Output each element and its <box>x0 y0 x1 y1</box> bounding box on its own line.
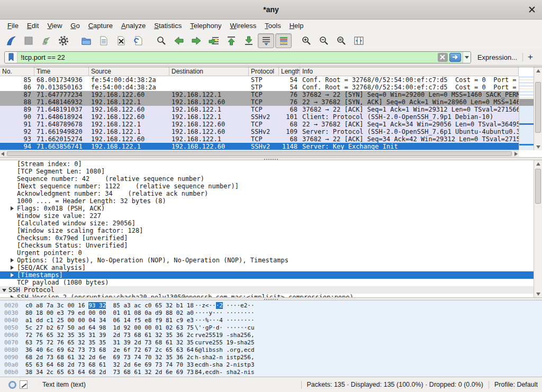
stop-capture-button[interactable] <box>20 33 37 48</box>
go-last-button[interactable] <box>240 33 257 48</box>
scroll-up-icon[interactable] <box>534 160 542 167</box>
expand-icon[interactable] <box>11 257 17 264</box>
hex-row[interactable]: 008036 40 6c 69 62 73 73 68 2e 6f 72 67 … <box>0 347 542 354</box>
filter-apply-button[interactable] <box>449 53 461 62</box>
hex-row[interactable]: 0020c0 a8 7a 3c 00 16 93 32 85 a3 ac c0 … <box>0 302 542 309</box>
detail-row[interactable]: [Timestamps] <box>0 271 542 279</box>
packet-row[interactable]: 9271.661949820192.168.122.1192.168.122.6… <box>0 128 519 135</box>
detail-row[interactable]: [Next sequence number: 1122 (relative se… <box>0 183 542 190</box>
detail-row[interactable]: Flags: 0x018 (PSH, ACK) <box>0 205 542 212</box>
col-header-time[interactable]: Time <box>34 67 89 76</box>
scroll-left-icon[interactable] <box>1 152 4 156</box>
menu-item-edit[interactable]: Edit <box>23 21 43 31</box>
intelligent-scrollbar-minimap[interactable] <box>519 76 534 150</box>
hscrollbar-thumb[interactable] <box>7 151 512 156</box>
packet-row[interactable]: 8871.648146932192.168.122.1192.168.122.6… <box>0 98 519 106</box>
add-filter-button[interactable]: + <box>523 52 538 62</box>
scrollbar-thumb[interactable] <box>535 169 541 204</box>
filter-clear-button[interactable] <box>438 53 448 62</box>
go-forward-button[interactable] <box>188 33 204 48</box>
go-to-packet-button[interactable] <box>205 33 222 48</box>
scrollbar-thumb[interactable] <box>535 82 541 133</box>
col-header-length[interactable]: Length <box>279 67 300 76</box>
detail-row[interactable]: Acknowledgment number: 34 (relative ack … <box>0 190 542 197</box>
details-vscrollbar[interactable] <box>534 160 542 297</box>
packet-row[interactable]: 8771.647777234192.168.122.60192.168.122.… <box>0 91 519 98</box>
zoom-out-button[interactable] <box>315 33 332 48</box>
expand-icon[interactable] <box>11 294 17 297</box>
zoom-in-button[interactable] <box>298 33 314 48</box>
filter-history-dropdown[interactable] <box>463 52 471 63</box>
close-icon[interactable] <box>527 5 537 14</box>
detail-row[interactable]: [SEQ/ACK analysis] <box>0 264 542 271</box>
menu-item-go[interactable]: Go <box>66 21 84 31</box>
expand-icon[interactable] <box>11 264 17 271</box>
packet-row[interactable]: 9171.648789678192.168.122.1192.168.122.6… <box>0 121 519 128</box>
menu-item-statistics[interactable]: Statistics <box>150 21 186 31</box>
hex-row[interactable]: 009068 2d 73 68 61 32 2d 6e 69 73 74 70 … <box>0 354 542 361</box>
expand-icon[interactable] <box>11 271 17 279</box>
capture-comment-icon[interactable] <box>20 380 28 389</box>
colorize-toggle[interactable] <box>275 33 292 48</box>
detail-row[interactable]: TCP payload (1080 bytes) <box>0 279 542 286</box>
detail-row[interactable]: Sequence number: 42 (relative sequence n… <box>0 175 542 183</box>
hex-row[interactable]: 00b038 34 2c 65 63 64 68 2d 73 68 61 32 … <box>0 369 542 376</box>
filter-bookmark-button[interactable] <box>5 52 17 63</box>
expression-button[interactable]: Expression... <box>477 53 517 61</box>
menu-item-view[interactable]: View <box>43 21 66 31</box>
close-file-button[interactable] <box>113 33 129 48</box>
detail-row[interactable]: SSH Protocol <box>0 286 542 294</box>
detail-row[interactable]: 1000 .... = Header Length: 32 bytes (8) <box>0 197 542 205</box>
open-file-button[interactable] <box>78 33 94 48</box>
menu-item-tools[interactable]: Tools <box>260 21 285 31</box>
packet-row[interactable]: 9371.662015274192.168.122.60192.168.122.… <box>0 135 519 143</box>
hex-row[interactable]: 0040a1 dd c1 25 00 00 04 34 06 14 f5 e8 … <box>0 317 542 324</box>
menu-item-help[interactable]: Help <box>285 21 308 31</box>
status-profile[interactable]: Profile: Default <box>494 381 538 388</box>
hex-row[interactable]: 00a065 63 64 68 2d 73 68 61 32 2d 6e 69 … <box>0 361 542 369</box>
packet-list-hscrollbar[interactable] <box>0 150 519 157</box>
scroll-down-icon[interactable] <box>534 143 542 150</box>
scroll-right-icon[interactable] <box>514 152 518 156</box>
packet-list-vscrollbar[interactable] <box>534 67 542 150</box>
col-header-no[interactable]: No. <box>0 67 34 76</box>
hex-row[interactable]: 00505c 27 b2 67 50 ad 64 98 1d 92 00 00 … <box>0 324 542 332</box>
hex-row[interactable]: 006072 76 65 32 35 35 31 39 2d 73 68 61 … <box>0 332 542 339</box>
display-filter-input[interactable] <box>17 52 438 63</box>
col-header-info[interactable]: Info <box>300 67 519 76</box>
detail-row[interactable]: Checksum: 0x79ed [unverified] <box>0 234 542 242</box>
menu-item-wireless[interactable]: Wireless <box>226 21 261 31</box>
packet-row[interactable]: 8670.013850163fe:54:00:d4:38:2aSTP54Conf… <box>0 84 519 91</box>
detail-row[interactable]: [Stream index: 0] <box>0 160 542 168</box>
restart-capture-button[interactable] <box>38 33 54 48</box>
detail-row[interactable]: [TCP Segment Len: 1080] <box>0 168 542 175</box>
packet-row[interactable]: 8971.648191037192.168.122.60192.168.122.… <box>0 106 519 113</box>
reload-file-button[interactable] <box>130 33 147 48</box>
menu-item-analyze[interactable]: Analyze <box>117 21 150 31</box>
find-packet-button[interactable] <box>153 33 169 48</box>
detail-row[interactable]: Options: (12 bytes), No-Operation (NOP),… <box>0 257 542 264</box>
col-header-protocol[interactable]: Protocol <box>249 67 279 76</box>
resize-columns-button[interactable] <box>350 33 367 48</box>
menu-item-file[interactable]: File <box>3 21 23 31</box>
col-header-source[interactable]: Source <box>89 67 169 76</box>
packet-row[interactable]: 8568.001734936fe:54:00:d4:38:2aSTP54Conf… <box>0 76 519 84</box>
detail-row[interactable]: Urgent pointer: 0 <box>0 249 542 257</box>
zoom-original-button[interactable] <box>333 33 349 48</box>
hex-row[interactable]: 007063 75 72 76 65 32 35 35 31 39 2d 73 … <box>0 339 542 347</box>
go-first-button[interactable] <box>223 33 239 48</box>
auto-scroll-toggle[interactable] <box>258 33 274 48</box>
save-file-button[interactable] <box>95 33 112 48</box>
detail-row[interactable]: SSH Version 2 (encryption:chacha20-poly1… <box>0 294 542 297</box>
detail-row[interactable]: [Checksum Status: Unverified] <box>0 242 542 249</box>
scroll-down-icon[interactable] <box>534 290 542 297</box>
start-capture-button[interactable] <box>3 33 19 48</box>
col-header-destination[interactable]: Destination <box>169 67 249 76</box>
scroll-up-icon[interactable] <box>534 67 542 74</box>
expert-info-icon[interactable] <box>8 381 16 389</box>
hex-row[interactable]: 003080 18 00 e3 79 ed 00 00 01 01 08 0a … <box>0 309 542 317</box>
collapse-icon[interactable] <box>2 286 8 294</box>
menu-item-telephony[interactable]: Telephony <box>186 21 225 31</box>
go-back-button[interactable] <box>170 33 187 48</box>
detail-row[interactable]: [Calculated window size: 29056] <box>0 220 542 227</box>
